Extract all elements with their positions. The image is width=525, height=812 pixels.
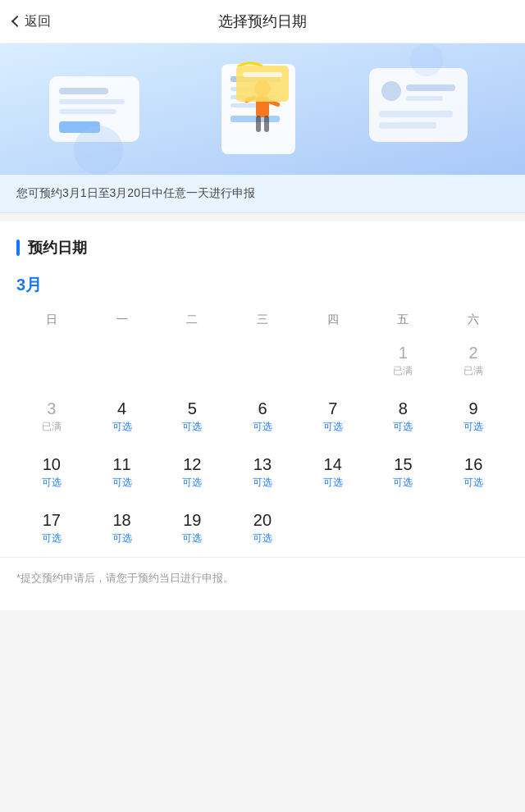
cell-status-label: 可选 bbox=[182, 420, 202, 434]
calendar-day-cell[interactable]: 10可选 bbox=[16, 450, 87, 493]
calendar-day-cell[interactable]: 12可选 bbox=[157, 450, 227, 493]
cell-day-number: 13 bbox=[253, 454, 272, 474]
cell-day-number: 17 bbox=[43, 510, 61, 530]
weekday-label: 日 bbox=[16, 309, 87, 331]
cell-day-number: 19 bbox=[183, 510, 201, 530]
svg-rect-20 bbox=[256, 116, 261, 132]
cell-status-label: 可选 bbox=[112, 531, 132, 545]
info-text: 您可预约3月1日至3月20日中任意一天进行申报 bbox=[16, 186, 255, 199]
cell-status-label: 可选 bbox=[182, 531, 202, 545]
calendar-day-cell[interactable]: 9可选 bbox=[438, 395, 509, 437]
weekday-label: 六 bbox=[438, 309, 509, 331]
calendar-empty-cell bbox=[298, 506, 368, 549]
info-bar: 您可预约3月1日至3月20日中任意一天进行申报 bbox=[0, 175, 525, 213]
calendar-empty-cell bbox=[16, 339, 87, 381]
cell-status-label: 可选 bbox=[253, 531, 272, 545]
calendar-day-cell[interactable]: 7可选 bbox=[298, 395, 368, 437]
cell-day-number: 5 bbox=[188, 399, 197, 418]
calendar-day-cell[interactable]: 17可选 bbox=[16, 506, 87, 549]
svg-rect-4 bbox=[59, 109, 116, 114]
cell-status-label: 可选 bbox=[253, 420, 272, 434]
month-label: 3月 bbox=[16, 274, 509, 296]
cell-day-number: 14 bbox=[324, 454, 342, 474]
back-label: 返回 bbox=[25, 13, 51, 30]
weekday-label: 二 bbox=[157, 309, 227, 331]
weekday-label: 五 bbox=[368, 309, 439, 331]
svg-rect-10 bbox=[379, 111, 453, 117]
calendar: 日一二三四五六 1已满2已满3已满4可选5可选6可选7可选8可选9可选10可选1… bbox=[16, 309, 509, 549]
cell-day-number: 10 bbox=[43, 454, 61, 474]
cell-day-number: 16 bbox=[464, 454, 482, 474]
calendar-day-cell[interactable]: 13可选 bbox=[227, 450, 298, 493]
cell-day-number: 2 bbox=[469, 343, 478, 363]
cell-status-label: 可选 bbox=[112, 420, 132, 434]
calendar-day-cell[interactable]: 16可选 bbox=[438, 450, 509, 493]
calendar-day-cell[interactable]: 15可选 bbox=[368, 450, 439, 493]
banner-illustration bbox=[0, 43, 525, 175]
cell-status-label: 已满 bbox=[42, 420, 62, 434]
calendar-day-cell[interactable]: 4可选 bbox=[87, 395, 158, 437]
svg-rect-2 bbox=[59, 88, 108, 94]
cell-day-number: 8 bbox=[399, 399, 408, 418]
calendar-day-cell[interactable]: 6可选 bbox=[227, 395, 298, 437]
cell-status-label: 可选 bbox=[323, 420, 343, 434]
cell-status-label: 已满 bbox=[393, 364, 413, 378]
page-header: 返回 选择预约日期 bbox=[0, 0, 525, 43]
cell-day-number: 1 bbox=[399, 343, 408, 363]
calendar-day-cell[interactable]: 14可选 bbox=[298, 450, 368, 493]
calendar-empty-cell bbox=[157, 339, 227, 381]
cell-day-number: 20 bbox=[253, 510, 272, 530]
weekday-label: 四 bbox=[298, 309, 368, 331]
calendar-day-cell[interactable]: 20可选 bbox=[227, 506, 298, 549]
cell-status-label: 可选 bbox=[42, 476, 62, 490]
calendar-day-cell: 2已满 bbox=[438, 339, 509, 381]
calendar-day-cell[interactable]: 19可选 bbox=[157, 506, 227, 549]
cell-status-label: 可选 bbox=[393, 420, 413, 434]
section-title-container: 预约日期 bbox=[16, 238, 509, 258]
cell-day-number: 9 bbox=[469, 399, 478, 418]
cell-day-number: 18 bbox=[112, 510, 130, 530]
calendar-day-cell[interactable]: 5可选 bbox=[157, 395, 227, 437]
cell-day-number: 12 bbox=[183, 454, 201, 474]
footer-note-text: *提交预约申请后，请您于预约当日进行申报。 bbox=[16, 572, 234, 584]
calendar-day-cell[interactable]: 8可选 bbox=[368, 395, 439, 437]
calendar-section: 预约日期 3月 日一二三四五六 1已满2已满3已满4可选5可选6可选7可选8可选… bbox=[0, 221, 525, 557]
calendar-day-cell: 3已满 bbox=[16, 395, 87, 437]
cell-status-label: 可选 bbox=[463, 420, 483, 434]
svg-point-27 bbox=[410, 43, 443, 76]
svg-rect-21 bbox=[264, 116, 269, 132]
svg-rect-17 bbox=[231, 116, 280, 122]
svg-rect-11 bbox=[379, 122, 436, 129]
calendar-empty-cell bbox=[298, 339, 368, 381]
svg-point-26 bbox=[74, 125, 123, 175]
svg-point-7 bbox=[381, 81, 401, 101]
cell-status-label: 可选 bbox=[182, 476, 202, 490]
calendar-grid: 1已满2已满3已满4可选5可选6可选7可选8可选9可选10可选11可选12可选1… bbox=[16, 339, 509, 549]
cell-status-label: 已满 bbox=[463, 364, 483, 378]
cell-status-label: 可选 bbox=[42, 531, 62, 545]
section-title-text: 预约日期 bbox=[28, 238, 87, 258]
svg-rect-3 bbox=[59, 99, 125, 104]
cell-status-label: 可选 bbox=[463, 476, 483, 490]
svg-rect-6 bbox=[369, 68, 468, 142]
page-title: 选择预约日期 bbox=[218, 11, 307, 31]
back-button[interactable]: 返回 bbox=[13, 13, 51, 30]
calendar-day-cell[interactable]: 18可选 bbox=[87, 506, 158, 549]
cell-status-label: 可选 bbox=[253, 476, 272, 490]
svg-rect-9 bbox=[406, 96, 443, 101]
cell-status-label: 可选 bbox=[323, 476, 343, 490]
calendar-empty-cell bbox=[438, 506, 509, 549]
cell-status-label: 可选 bbox=[112, 476, 132, 490]
calendar-day-cell[interactable]: 11可选 bbox=[87, 450, 158, 493]
calendar-empty-cell bbox=[368, 506, 439, 549]
svg-rect-8 bbox=[406, 84, 455, 91]
section-title-bar bbox=[16, 239, 20, 256]
calendar-weekday-header: 日一二三四五六 bbox=[16, 309, 509, 331]
weekday-label: 一 bbox=[87, 309, 158, 331]
cell-day-number: 4 bbox=[117, 399, 126, 418]
footer-note: *提交预约申请后，请您于预约当日进行申报。 bbox=[0, 557, 525, 610]
calendar-empty-cell bbox=[87, 339, 158, 381]
cell-day-number: 6 bbox=[258, 399, 267, 418]
weekday-label: 三 bbox=[227, 309, 298, 331]
cell-day-number: 15 bbox=[394, 454, 412, 474]
